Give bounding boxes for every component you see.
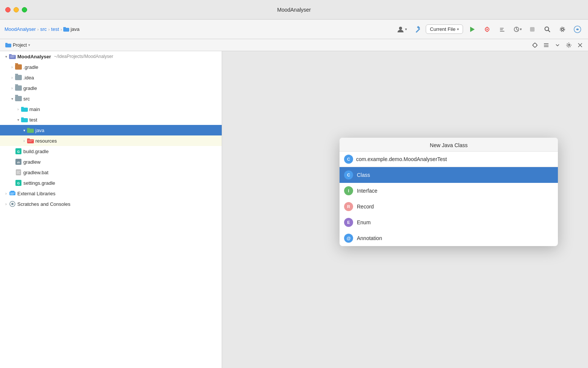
user-button[interactable]: ▾ — [396, 24, 408, 35]
breadcrumb-java[interactable]: java — [70, 26, 79, 32]
collapse-button[interactable] — [541, 41, 551, 49]
tree-root[interactable]: ▾ MoodAnalyser ~/IdeaProjects/MoodAnalys… — [0, 51, 222, 62]
panel-gear-icon — [566, 42, 572, 48]
stop-button[interactable] — [526, 24, 538, 35]
gradlew-bat-label: gradlew.bat — [23, 170, 49, 175]
debug-icon — [484, 26, 491, 33]
tree-item-gradlew-bat[interactable]: › gradlew.bat — [0, 167, 222, 178]
gradle-chevron: › — [9, 85, 15, 91]
coverage-button[interactable]: ▾ — [511, 24, 523, 35]
svg-rect-46 — [28, 141, 32, 142]
minimize-button[interactable] — [14, 7, 19, 12]
run-button[interactable] — [466, 24, 478, 35]
record-label: Record — [357, 204, 374, 210]
profile-button[interactable] — [496, 24, 508, 35]
dialog-item-class[interactable]: C Class — [340, 167, 558, 183]
svg-rect-38 — [21, 107, 24, 108]
class-name-input[interactable] — [356, 156, 553, 162]
root-folder-icon — [9, 53, 16, 59]
tree-item-main[interactable]: › main — [0, 104, 222, 114]
dialog-item-enum[interactable]: E Enum — [340, 214, 558, 230]
current-file-dropdown[interactable]: Current File ▾ — [426, 24, 463, 34]
run-icon — [469, 26, 475, 33]
gradlew-label: gradlew — [23, 159, 41, 165]
project-panel-dropdown[interactable]: Project ▾ — [3, 42, 32, 49]
dialog-item-interface[interactable]: I Interface — [340, 183, 558, 199]
panel-settings-button[interactable] — [564, 41, 574, 49]
breadcrumb-root[interactable]: MoodAnalyser — [5, 26, 36, 32]
tree-item-gradle[interactable]: › gradle — [0, 83, 222, 93]
settings-button[interactable] — [556, 24, 568, 35]
locate-button[interactable] — [530, 41, 540, 49]
scratches-chevron: › — [3, 201, 9, 207]
dialog-item-record[interactable]: R Record — [340, 199, 558, 214]
close-panel-icon — [577, 43, 583, 48]
svg-rect-3 — [416, 28, 420, 33]
tree-item-scratches[interactable]: › Scratches and Consoles — [0, 199, 222, 209]
svg-rect-20 — [5, 44, 11, 47]
main-label: main — [29, 106, 40, 112]
svg-point-2 — [399, 27, 402, 30]
class-label: Class — [357, 172, 370, 178]
dialog-input-row: C — [340, 152, 558, 167]
panel-folder-icon — [5, 43, 11, 47]
enum-icon: E — [344, 218, 353, 227]
panel-chevron: ▾ — [28, 43, 30, 47]
src-chevron: ▾ — [9, 96, 15, 102]
java-label: java — [35, 128, 44, 133]
tree-item-gradlew[interactable]: › sh gradlew — [0, 157, 222, 167]
svg-rect-34 — [9, 54, 12, 56]
svg-rect-1 — [63, 27, 66, 29]
tree-item-resources[interactable]: › resources — [0, 135, 222, 146]
maximize-button[interactable] — [22, 7, 27, 12]
svg-point-17 — [561, 28, 564, 30]
search-button[interactable] — [541, 24, 553, 35]
close-button[interactable] — [5, 7, 11, 12]
tree-item-src[interactable]: ▾ src — [0, 93, 222, 104]
settings-gradle-file-icon: G — [15, 180, 22, 186]
toolbar: MoodAnalyser › src › test › java ▾ — [0, 20, 588, 39]
svg-rect-58 — [11, 191, 14, 192]
svg-rect-21 — [5, 43, 8, 44]
tree-item-test[interactable]: ▾ test — [0, 114, 222, 125]
svg-point-62 — [11, 203, 14, 205]
stop-icon — [530, 27, 535, 32]
gear-icon — [559, 26, 566, 33]
svg-rect-12 — [500, 28, 504, 29]
interface-label: Interface — [357, 188, 377, 194]
tree-item-external-libs[interactable]: › External Libraries — [0, 188, 222, 199]
build-gradle-file-icon: G — [15, 148, 22, 154]
copilot-button[interactable] — [571, 24, 583, 35]
build-button[interactable] — [411, 24, 423, 35]
record-icon: R — [344, 202, 353, 211]
resources-label: resources — [35, 138, 57, 144]
gradle-hidden-label: .gradle — [23, 64, 38, 70]
tree-item-gradle-hidden[interactable]: › .gradle — [0, 62, 222, 72]
breadcrumb-test[interactable]: test — [51, 26, 59, 32]
expand-button[interactable] — [553, 41, 562, 49]
breadcrumb-src[interactable]: src — [40, 26, 47, 32]
gradlew-file-icon: sh — [15, 159, 22, 165]
dialog-item-annotation[interactable]: @ Annotation — [340, 230, 558, 246]
gradle-label: gradle — [23, 85, 37, 91]
external-libs-chevron: › — [3, 190, 9, 196]
locate-icon — [532, 42, 538, 48]
debug-button[interactable] — [481, 24, 493, 35]
panel-dropdown-label: Project — [13, 43, 27, 48]
close-panel-button[interactable] — [575, 41, 585, 49]
scratches-label: Scratches and Consoles — [17, 201, 70, 207]
svg-text:sh: sh — [17, 161, 20, 164]
toolbar-right: ▾ Current File ▾ — [396, 24, 583, 35]
svg-rect-14 — [530, 27, 535, 32]
build-gradle-label: build.gradle — [23, 149, 49, 154]
tree-item-idea[interactable]: › .idea — [0, 72, 222, 83]
breadcrumb-sep-3: › — [61, 27, 62, 32]
collapse-icon — [543, 42, 549, 48]
tree-item-settings-gradle[interactable]: › G settings.gradle — [0, 178, 222, 188]
svg-rect-40 — [21, 117, 24, 119]
svg-text:G: G — [17, 181, 20, 185]
tree-item-build-gradle[interactable]: › G build.gradle — [0, 146, 222, 157]
resources-folder-icon — [27, 138, 34, 144]
project-tree: ▾ MoodAnalyser ~/IdeaProjects/MoodAnalys… — [0, 51, 222, 368]
tree-item-java[interactable]: ▾ java — [0, 125, 222, 135]
